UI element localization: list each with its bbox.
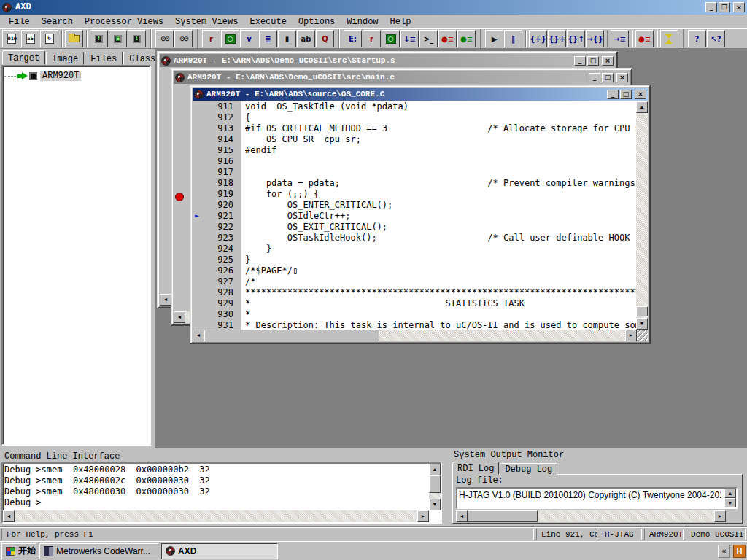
menu-options[interactable]: Options xyxy=(293,15,341,28)
scroll-down-button[interactable]: ▼ xyxy=(429,499,441,510)
minimize-button[interactable]: _ xyxy=(574,56,586,66)
scroll-thumb[interactable] xyxy=(636,306,648,316)
console-window-button[interactable]: >_ xyxy=(419,30,438,47)
target-tree[interactable]: ARM920T xyxy=(1,65,151,446)
horizontal-scrollbar[interactable]: ◄ ► xyxy=(193,330,648,341)
menu-processor-views[interactable]: Processor Views xyxy=(79,15,169,28)
go-button[interactable]: ▶ xyxy=(485,30,503,47)
line-number[interactable]: 911 xyxy=(193,101,241,112)
window-title-bar[interactable]: ARM920T - E:\ARM\ADS\source\OS_CORE.C _ … xyxy=(193,88,648,101)
step-in-button[interactable]: {+} xyxy=(529,30,547,47)
line-number[interactable]: 923 xyxy=(193,233,241,244)
scroll-left-button[interactable]: ◄ xyxy=(193,330,204,341)
find-in-files-button[interactable]: ⊙⊙ xyxy=(155,30,174,47)
memory-button[interactable]: ▮ xyxy=(278,30,296,47)
disassembly-button[interactable]: Q xyxy=(316,30,334,47)
code-line[interactable]: 913#if OS_CRITICAL_METHOD == 3 /* Alloca… xyxy=(193,123,636,134)
line-number[interactable]: 914 xyxy=(193,134,241,145)
help-button[interactable]: ? xyxy=(688,30,706,47)
line-number[interactable]: 912 xyxy=(193,112,241,123)
refresh-session-button[interactable]: ↻ xyxy=(40,30,58,47)
line-number[interactable]: 917 xyxy=(193,167,241,178)
close-button[interactable]: × xyxy=(616,73,628,82)
vertical-scrollbar[interactable]: ▲ ▼ xyxy=(429,464,441,510)
minimize-button[interactable]: _ xyxy=(705,2,717,12)
close-button[interactable]: × xyxy=(602,56,614,66)
code-line[interactable]: 930* xyxy=(193,309,636,320)
tab-target[interactable]: Target xyxy=(2,50,45,65)
line-number[interactable]: 918 xyxy=(193,178,241,189)
close-button[interactable]: × xyxy=(635,90,646,99)
code-line[interactable]: 929* STATISTICS TASK xyxy=(193,298,636,309)
code-line[interactable]: 927/* xyxy=(193,276,636,287)
code-text[interactable]: void OS_TaskIdle (void *pdata) xyxy=(241,101,636,112)
code-line[interactable]: 919 for (;;) { xyxy=(193,189,636,200)
code-text[interactable]: /*$PAGE*/▯ xyxy=(241,265,636,276)
variables-button[interactable]: v xyxy=(240,30,258,47)
scroll-right-button[interactable]: ► xyxy=(625,330,637,341)
window-icon[interactable] xyxy=(175,73,185,82)
code-text[interactable]: * xyxy=(241,309,636,320)
code-text[interactable]: OSTaskIdleHook(); /* Call user definable… xyxy=(241,233,636,244)
tab-image[interactable]: Image xyxy=(46,52,84,65)
code-line[interactable]: 917 xyxy=(193,167,636,178)
breakpoints-window-button[interactable]: ●≡ xyxy=(438,30,457,47)
window-title-bar[interactable]: ARM920T - E:\ARM\ADS\Demo_uCOSII\src\Sta… xyxy=(160,54,615,67)
tree-item-arm920t[interactable]: ARM920T xyxy=(4,69,150,82)
step-over-button[interactable]: {}+ xyxy=(548,30,566,47)
line-number[interactable]: 930 xyxy=(193,309,241,320)
menu-file[interactable]: File xyxy=(3,15,36,28)
tray-collapse-button[interactable]: « xyxy=(718,545,730,558)
code-text[interactable]: ****************************************… xyxy=(241,287,636,298)
scroll-right-button[interactable]: ► xyxy=(714,510,726,522)
maximize-button[interactable]: □ xyxy=(587,56,599,66)
line-number[interactable]: 925 xyxy=(193,254,241,265)
tab-debug-log[interactable]: Debug Log xyxy=(500,463,557,475)
axd-app-icon[interactable] xyxy=(2,3,12,12)
horizontal-scrollbar[interactable]: ◄ ► xyxy=(456,510,726,522)
reload-image-button[interactable]: 010 xyxy=(2,30,20,47)
code-line[interactable]: 921► OSIdleCtr++; xyxy=(193,211,636,222)
menu-search[interactable]: Search xyxy=(36,15,79,28)
line-number[interactable]: 928 xyxy=(193,287,241,298)
code-line[interactable]: 916 xyxy=(193,156,636,167)
target-tree-button[interactable]: E: xyxy=(344,30,362,47)
code-text[interactable]: pdata = pdata; /* Prevent compiler warni… xyxy=(241,178,636,189)
code-text[interactable]: OS_EXIT_CRITICAL(); xyxy=(241,222,636,233)
load-image-button[interactable]: ↑ xyxy=(90,30,108,47)
code-text[interactable]: * STATISTICS TASK xyxy=(241,298,636,309)
scroll-left-button[interactable]: ◄ xyxy=(456,510,468,522)
code-text[interactable]: } xyxy=(241,254,636,265)
code-line[interactable]: 928*************************************… xyxy=(193,287,636,298)
source-code-view[interactable]: 911void OS_TaskIdle (void *pdata)912{913… xyxy=(193,101,648,330)
code-text[interactable]: /* xyxy=(241,276,636,287)
scroll-up-button[interactable]: ▲ xyxy=(429,464,441,475)
code-text[interactable]: * Description: This task is internal to … xyxy=(241,320,636,330)
scroll-right-button[interactable]: ► xyxy=(417,510,429,522)
code-text[interactable] xyxy=(241,156,636,167)
scroll-up-button[interactable]: ▲ xyxy=(636,101,648,113)
breakpoint-marker[interactable] xyxy=(175,192,184,201)
close-button[interactable]: × xyxy=(733,2,745,12)
code-text[interactable]: OS_ENTER_CRITICAL(); xyxy=(241,200,636,211)
code-text[interactable]: #endif xyxy=(241,145,636,156)
scroll-track[interactable] xyxy=(15,510,417,522)
code-text[interactable]: } xyxy=(241,244,636,254)
line-number[interactable]: 929 xyxy=(193,298,241,309)
menu-system-views[interactable]: System Views xyxy=(169,15,244,28)
scroll-thumb[interactable] xyxy=(204,330,379,341)
goto-line-button[interactable]: →≡ xyxy=(611,30,629,47)
watchpoints-window-button[interactable]: ●≡ xyxy=(457,30,476,47)
vertical-scrollbar[interactable]: ▲ ▼ xyxy=(724,489,736,508)
watch-window-button[interactable]: ○ xyxy=(382,30,400,47)
cli-output[interactable]: Debug >smem 0x48000028 0x000000b2 32Debu… xyxy=(1,462,442,524)
vertical-scrollbar[interactable]: ▲ ▼ xyxy=(636,101,648,330)
code-text[interactable]: #if OS_CRITICAL_METHOD == 3 /* Allocate … xyxy=(241,123,636,134)
scroll-left-button[interactable]: ◄ xyxy=(160,294,171,306)
line-number[interactable]: 927 xyxy=(193,276,241,287)
code-line[interactable]: 925} xyxy=(193,254,636,265)
line-number[interactable]: 922 xyxy=(193,222,241,233)
scroll-thumb[interactable] xyxy=(468,510,538,522)
code-line[interactable]: 926/*$PAGE*/▯ xyxy=(193,265,636,276)
line-number[interactable]: 920 xyxy=(193,200,241,211)
